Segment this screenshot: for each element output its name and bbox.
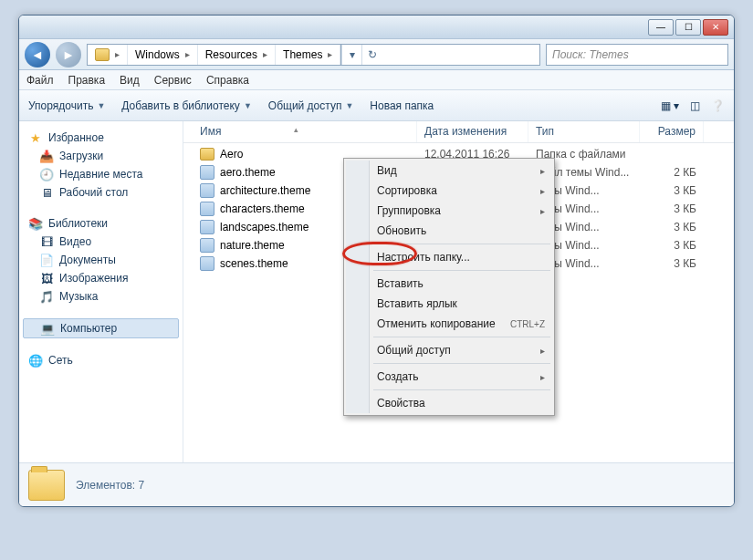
crumb-0[interactable]: Windows [135,48,180,61]
col-type[interactable]: Тип [528,121,640,142]
sidebar-music[interactable]: 🎵Музыка [19,287,183,306]
file-size: 3 КБ [640,184,704,197]
history-dropdown[interactable]: ▾ [341,45,361,65]
download-icon: 📥 [39,149,54,163]
network-icon: 🌐 [28,353,43,368]
col-date[interactable]: Дата изменения [417,121,528,142]
preview-pane-button[interactable]: ◫ [690,99,700,112]
theme-file-icon [200,220,214,234]
file-name: characters.theme [220,202,305,215]
theme-file-icon [200,183,214,198]
file-list-pane[interactable]: Имя▴ Дата изменения Тип Размер Aero12.04… [183,121,734,486]
sidebar-desktop[interactable]: 🖥Рабочий стол [19,183,183,202]
crumb-2[interactable]: Themes [283,48,322,61]
sidebar-downloads[interactable]: 📥Загрузки [19,147,183,165]
share-button[interactable]: Общий доступ▼ [268,99,354,112]
file-name: scenes.theme [220,257,288,270]
sidebar-favorites[interactable]: ★Избранное [19,129,183,147]
view-mode-button[interactable]: ▦ ▾ [661,99,679,112]
sidebar-images[interactable]: 🖼Изображения [19,269,183,287]
file-size: 3 КБ [640,221,704,233]
computer-icon: 💻 [40,321,55,336]
file-size: 3 КБ [640,239,704,252]
menu-edit[interactable]: Правка [68,74,106,87]
music-icon: 🎵 [39,289,54,304]
folder-icon [200,148,214,161]
file-name: architecture.theme [220,184,310,197]
video-icon: 🎞 [39,234,54,249]
col-size[interactable]: Размер [640,121,704,142]
sidebar-libraries[interactable]: 📚Библиотеки [19,214,183,233]
status-text: Элементов: 7 [76,479,144,492]
sidebar-recent[interactable]: 🕘Недавние места [19,165,183,183]
content-area: ★Избранное 📥Загрузки 🕘Недавние места 🖥Ра… [19,121,734,486]
sidebar-network[interactable]: 🌐Сеть [19,351,183,369]
crumb-1[interactable]: Resources [205,48,257,61]
sidebar-computer[interactable]: 💻Компьютер [23,318,179,338]
file-name: aero.theme [220,166,276,179]
file-name: Aero [220,148,243,161]
nav-row: ◄ ► ▸ Windows▸ Resources▸ Themes▸ ▾ ↻ По… [19,39,734,70]
star-icon: ★ [28,130,43,145]
menu-tools[interactable]: Сервис [154,74,192,87]
address-bar[interactable]: ▸ Windows▸ Resources▸ Themes▸ ▾ ↻ [87,44,540,66]
image-icon: 🖼 [39,271,54,285]
theme-file-icon [200,238,214,253]
theme-file-icon [200,256,214,271]
minimize-button[interactable]: — [648,19,674,36]
ctx-sharing[interactable]: Общий доступ▸ [346,340,552,360]
sidebar: ★Избранное 📥Загрузки 🕘Недавние места 🖥Ра… [19,121,183,486]
ctx-undo-copy[interactable]: Отменить копированиеCTRL+Z [346,314,552,334]
desktop-icon: 🖥 [39,185,54,200]
theme-file-icon [200,165,214,180]
explorer-window: — ☐ ✕ ◄ ► ▸ Windows▸ Resources▸ Themes▸ … [18,15,735,507]
folder-large-icon [28,470,65,501]
ctx-paste-shortcut[interactable]: Вставить ярлык [346,294,552,314]
search-input[interactable]: Поиск: Themes [546,44,728,66]
menu-view[interactable]: Вид [120,74,140,87]
ctx-view[interactable]: Вид▸ [346,161,552,181]
file-size: 2 КБ [640,166,704,179]
sidebar-videos[interactable]: 🎞Видео [19,233,183,251]
col-name[interactable]: Имя▴ [193,121,417,142]
ctx-paste[interactable]: Вставить [346,274,552,294]
add-library-button[interactable]: Добавить в библиотеку▼ [121,99,251,112]
maximize-button[interactable]: ☐ [675,19,701,36]
organize-button[interactable]: Упорядочить▼ [28,99,105,112]
close-button[interactable]: ✕ [703,19,728,36]
sort-asc-icon: ▴ [294,125,298,139]
document-icon: 📄 [39,253,54,267]
submenu-arrow-icon: ▸ [540,206,545,216]
submenu-arrow-icon: ▸ [540,186,545,196]
ctx-group[interactable]: Группировка▸ [346,201,552,221]
back-button[interactable]: ◄ [25,42,50,67]
new-folder-button[interactable]: Новая папка [370,99,434,112]
submenu-arrow-icon: ▸ [540,166,545,176]
help-button[interactable]: ❔ [711,99,725,112]
column-headers: Имя▴ Дата изменения Тип Размер [183,121,734,143]
theme-file-icon [200,202,214,216]
refresh-button[interactable]: ↻ [361,45,382,65]
file-name: nature.theme [220,239,285,252]
ctx-new[interactable]: Создать▸ [346,367,552,387]
file-size: 3 КБ [640,202,704,215]
menu-help[interactable]: Справка [206,74,249,87]
menu-file[interactable]: Файл [26,74,54,87]
recent-icon: 🕘 [39,167,54,181]
ctx-customize[interactable]: Настроить папку... [346,247,552,267]
titlebar[interactable]: — ☐ ✕ [19,16,734,39]
search-placeholder: Поиск: Themes [552,48,629,61]
forward-button[interactable]: ► [56,42,81,67]
ctx-sort[interactable]: Сортировка▸ [346,181,552,201]
submenu-arrow-icon: ▸ [540,372,545,382]
menubar: Файл Правка Вид Сервис Справка [19,70,734,90]
status-bar: Элементов: 7 [19,462,734,506]
file-name: landscapes.theme [220,221,309,233]
folder-icon [95,48,110,61]
sidebar-documents[interactable]: 📄Документы [19,251,183,269]
context-menu: Вид▸ Сортировка▸ Группировка▸ Обновить Н… [343,158,555,416]
ctx-properties[interactable]: Свойства [346,393,552,413]
ctx-refresh[interactable]: Обновить [346,221,552,241]
file-size: 3 КБ [640,257,704,270]
toolbar: Упорядочить▼ Добавить в библиотеку▼ Общи… [19,90,734,121]
